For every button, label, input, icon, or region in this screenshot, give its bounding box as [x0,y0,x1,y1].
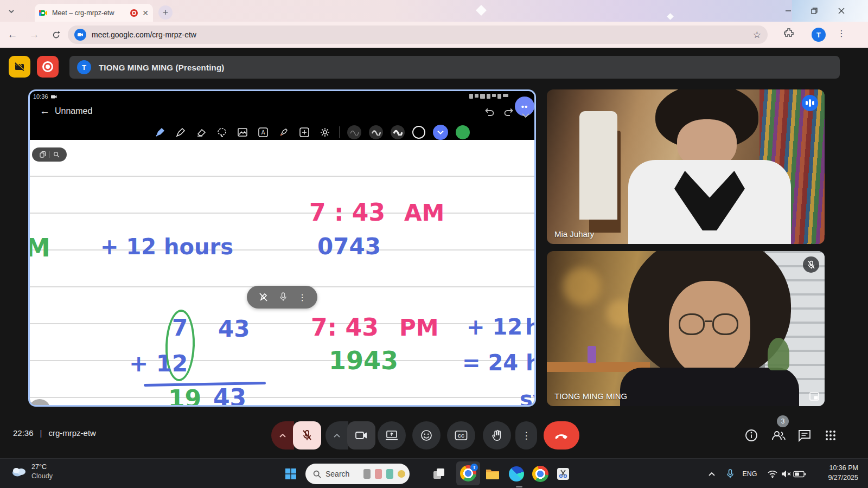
search-icon [313,470,321,478]
stroke-thick-icon[interactable] [391,125,405,139]
participant-name: Mia Juhary [554,229,594,239]
file-explorer-button[interactable] [484,465,501,483]
smoothie-cup [588,346,596,363]
floating-mini-toolbar[interactable]: ⋮ [247,286,317,309]
mic-mute-button[interactable] [293,421,321,450]
start-button[interactable] [282,465,299,483]
reload-button[interactable] [47,25,65,44]
tab-close-icon[interactable]: ✕ [142,9,149,17]
meeting-code: crg-mrpz-etw [48,428,96,438]
ink-column-hour: 7 [172,314,188,341]
participant-tile-tiong[interactable]: TIONG MING MING [547,251,825,406]
mic-options-chevron[interactable] [271,421,294,450]
language-indicator[interactable]: ENG [739,465,761,483]
text-tool-icon[interactable]: A [257,126,270,139]
bokeh-light [563,267,601,305]
captions-button[interactable]: CC [447,421,475,450]
image-tool-icon[interactable] [236,126,249,139]
chrome-icon: T [460,465,476,481]
activities-grid-button[interactable] [822,427,839,444]
people-button[interactable] [770,427,787,444]
ink-pm: PM [399,314,439,341]
task-view-button[interactable] [430,465,448,483]
pencil-fab[interactable] [29,399,50,407]
more-options-button[interactable]: ⋮ [515,421,537,450]
stroke-medium-icon[interactable] [369,125,383,139]
reactions-button[interactable] [412,421,441,450]
mic-muted-indicator-icon [803,256,819,273]
stylus-off-icon [258,292,269,303]
whiteboard-canvas[interactable]: 7 : 43 AM M + 12 hours 0743 7 43 + 12 19… [30,140,534,405]
forward-button[interactable]: → [25,25,43,44]
cloud-icon [11,466,27,478]
meet-main: T TIONG MING MING (Presenting) 10:36 ← U… [0,48,868,458]
battery-icon[interactable] [791,465,808,483]
snipping-tool-button[interactable] [554,465,572,483]
tray-clock[interactable]: 10:36 PM 9/27/2025 [828,464,858,483]
recording-active-icon[interactable] [37,56,59,78]
presenter-banner[interactable]: T TIONG MING MING (Presenting) [69,56,840,79]
recording-warning-icon[interactable] [9,56,30,78]
window-minimize-button[interactable] [776,0,801,22]
tab-search-chevron-icon[interactable] [8,8,15,15]
chrome-active-app[interactable]: T [456,461,480,485]
chrome-secondary-button[interactable] [532,465,549,483]
settings-gear-icon[interactable] [318,126,331,139]
mini-more-icon: ⋮ [298,292,307,303]
tray-mic-icon[interactable] [722,465,739,483]
eraser-tool-icon[interactable] [195,126,208,139]
new-tab-button[interactable]: + [158,5,173,20]
end-call-button[interactable] [544,421,579,450]
browser-tab[interactable]: Meet – crg-mrpz-etw ✕ [35,4,153,22]
participant-tile-mia[interactable]: Mia Juhary [547,89,825,244]
ink-plus-12-hours: + 12 hours [100,234,233,259]
color-green-swatch[interactable] [456,125,470,139]
meeting-info: 22:36 | crg-mrpz-etw [13,428,96,438]
whiteboard-back-icon[interactable]: ← [40,105,50,117]
ink-sy-clipped: sy [520,387,536,407]
taskbar-search[interactable]: Search [305,464,410,484]
marker-tool-icon[interactable] [277,126,290,139]
ink-pm-partial: M [28,233,50,262]
lasso-tool-icon[interactable] [215,126,228,139]
back-button[interactable]: ← [3,25,22,44]
highlighter-tool-icon[interactable] [174,126,187,139]
pen-tool-icon[interactable] [154,126,167,139]
stroke-thin-icon[interactable] [347,125,361,139]
browser-profile-avatar[interactable]: T [812,28,826,42]
meeting-clock: 22:36 [13,428,34,438]
bookmark-star-icon[interactable]: ☆ [753,29,761,41]
camera-control [326,421,375,450]
tray-chevron-icon[interactable] [703,465,720,483]
pip-icon[interactable] [809,392,819,401]
collapse-chevron-icon[interactable] [521,113,530,118]
camera-options-chevron[interactable] [326,421,348,450]
glasses-right [712,313,738,335]
phone-status-bar: 10:36 [33,93,57,100]
tab-title: Meet – crg-mrpz-etw [52,9,126,17]
present-button[interactable] [378,421,406,450]
wallpaper-diamond [667,13,674,20]
search-highlight-image [398,470,405,478]
pages-icon [40,151,46,158]
address-bar[interactable]: meet.google.com/crg-mrpz-etw ☆ [68,25,768,44]
whiteboard-title: Unnamed [55,106,92,116]
raise-hand-button[interactable] [483,421,511,450]
extensions-puzzle-icon[interactable] [783,27,794,38]
window-restore-button[interactable] [802,0,827,22]
meeting-details-button[interactable] [743,427,760,444]
color-white-swatch[interactable] [412,126,425,139]
window-close-button[interactable] [829,0,854,22]
add-tool-icon[interactable] [298,126,311,139]
redo-icon[interactable] [503,107,515,117]
browser-menu-icon[interactable]: ⋮ [837,28,846,38]
profile-badge: T [470,464,478,471]
undo-icon[interactable] [483,107,495,117]
presented-screen-tile[interactable]: 10:36 ← Unnamed •• [28,89,536,407]
pages-zoom-pill[interactable] [32,147,67,162]
camera-button[interactable] [347,421,375,450]
color-blue-swatch-selected[interactable] [433,125,448,140]
chat-button[interactable] [796,427,813,444]
edge-button[interactable] [508,465,525,483]
weather-widget[interactable]: 27°C Cloudy [11,463,53,481]
